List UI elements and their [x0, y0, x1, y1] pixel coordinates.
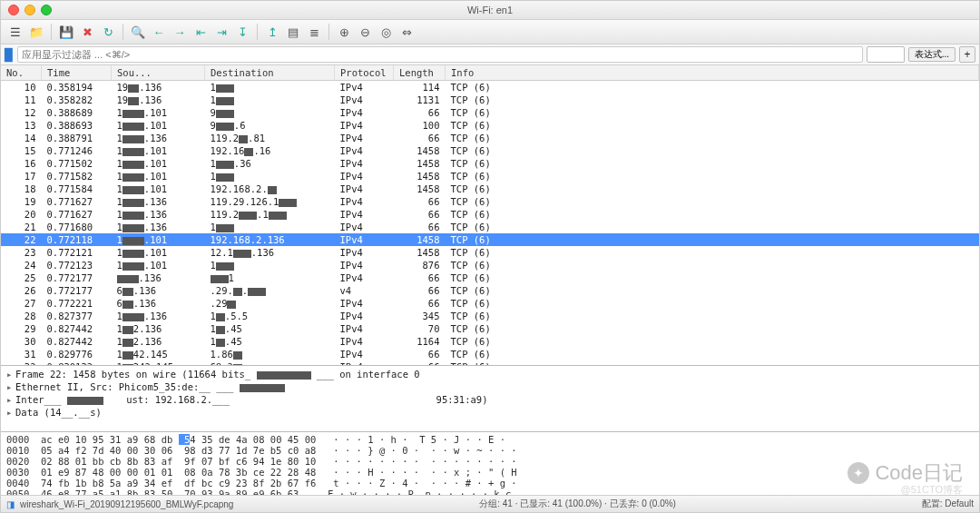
packet-list-pane[interactable]: No.TimeSou...DestinationProtocolLengthIn…: [1, 65, 979, 366]
display-filter-input[interactable]: [17, 46, 863, 63]
table-row[interactable]: 110.35828219.1361IPv41131TCP (6): [1, 94, 979, 106]
table-row[interactable]: 270.7722216.136.29IPv466TCP (6): [1, 297, 979, 310]
packet-table[interactable]: No.TimeSou...DestinationProtocolLengthIn…: [1, 65, 979, 366]
ethernet-summary[interactable]: ▸Ethernet II, Src: Phicom5_35:de:__ ___: [6, 380, 974, 393]
save-icon[interactable]: 💾: [57, 23, 75, 41]
zoom-fit-icon[interactable]: ◎: [377, 23, 395, 41]
main-toolbar: ☰📁💾✖↻🔍←→⇤⇥↧↥▤≣⊕⊖◎⇔: [1, 20, 979, 44]
ready-icon: ◨: [6, 499, 15, 509]
arrow-right-icon[interactable]: →: [171, 23, 189, 41]
table-row[interactable]: 220.7721181.101192.168.2.136IPv41458TCP …: [1, 233, 979, 246]
zoom-in-icon[interactable]: ⊕: [335, 23, 353, 41]
list-icon[interactable]: ☰: [6, 23, 24, 41]
table-row[interactable]: 180.7715841.101192.168.2.IPv41458TCP (6): [1, 183, 979, 195]
packet-detail-pane[interactable]: ▸Frame 22: 1458 bytes on wire (11664 bit…: [1, 366, 979, 432]
table-row[interactable]: 190.7716271.136119.29.126.1IPv466TCP (6): [1, 195, 979, 208]
hex-line[interactable]: 0000 ac e0 10 95 31 a9 68 db 54 35 de 4a…: [6, 434, 974, 445]
data-summary[interactable]: ▸Data (14__.__s): [6, 406, 974, 419]
columns-icon[interactable]: ▤: [284, 23, 302, 41]
col-length[interactable]: Length: [394, 65, 446, 81]
jump-end-icon[interactable]: ⇥: [212, 23, 230, 41]
window-title: Wi-Fi: en1: [1, 5, 979, 15]
table-row[interactable]: 200.7716271.136119.2.1IPv466TCP (6): [1, 208, 979, 221]
arrow-left-icon[interactable]: ←: [150, 23, 168, 41]
hex-line[interactable]: 0030 01 e9 87 48 00 00 01 01 08 0a 78 3b…: [6, 467, 974, 478]
packet-counts: 分组: 41 · 已显示: 41 (100.0%) · 已丢弃: 0 (0.0%…: [479, 498, 676, 510]
table-row[interactable]: 120.3886891.1019IPv466TCP (6): [1, 106, 979, 119]
table-row[interactable]: 300.82744212.1361.45IPv41164TCP (6): [1, 335, 979, 348]
table-row[interactable]: 210.7716801.1361IPv466TCP (6): [1, 221, 979, 233]
down-icon[interactable]: ↧: [233, 23, 251, 41]
add-filter-button[interactable]: +: [959, 46, 975, 63]
hex-line[interactable]: 0050 46 e8 77 a5 a1 8b 83 50 70 93 9a 89…: [6, 488, 974, 495]
display-filter-bar: ▉ 表达式... +: [1, 44, 979, 65]
expression-button[interactable]: 表达式...: [908, 47, 956, 62]
col-protocol[interactable]: Protocol: [335, 65, 394, 81]
zoom-out-icon[interactable]: ⊖: [356, 23, 374, 41]
search-icon[interactable]: 🔍: [129, 23, 147, 41]
frame-summary[interactable]: ▸Frame 22: 1458 bytes on wire (11664 bit…: [6, 368, 974, 380]
lines-icon[interactable]: ≣: [305, 23, 323, 41]
table-row[interactable]: 150.7712461.101192.16.16IPv41458TCP (6): [1, 144, 979, 157]
titlebar: Wi-Fi: en1: [1, 1, 979, 20]
table-row[interactable]: 250.772177.1361IPv466TCP (6): [1, 271, 979, 284]
table-row[interactable]: 140.3887911.136119.2.81IPv466TCP (6): [1, 132, 979, 144]
col-sou[interactable]: Sou...: [112, 65, 205, 81]
col-no[interactable]: No.: [1, 65, 42, 81]
hex-line[interactable]: 0040 74 fb 1b b8 5a a9 34 ef df bc c9 23…: [6, 478, 974, 488]
table-row[interactable]: 160.7715021.1011.36IPv41458TCP (6): [1, 157, 979, 170]
col-destination[interactable]: Destination: [205, 65, 335, 81]
capture-file-name: wireshark_Wi-Fi_20190912195600_BMLWyF.pc…: [20, 499, 233, 509]
table-row[interactable]: 240.7721231.1011IPv4876TCP (6): [1, 259, 979, 271]
resize-icon[interactable]: ⇔: [397, 23, 416, 41]
hex-line[interactable]: 0010 05 a4 f2 7d 40 00 30 06 98 d3 77 1d…: [6, 445, 974, 456]
filter-history-dropdown[interactable]: [867, 46, 905, 63]
col-time[interactable]: Time: [42, 65, 112, 81]
table-row[interactable]: 100.35819419.1361IPv4114TCP (6): [1, 81, 979, 94]
filter-bookmark-icon[interactable]: ▉: [5, 49, 14, 61]
table-row[interactable]: 260.7721776.136.29..v466TCP (6): [1, 284, 979, 297]
table-row[interactable]: 130.3886931.1019.6IPv4100TCP (6): [1, 119, 979, 132]
status-bar: ◨ wireshark_Wi-Fi_20190912195600_BMLWyF.…: [1, 495, 979, 512]
table-row[interactable]: 280.8273771.1361.5.5IPv4345TCP (6): [1, 310, 979, 322]
table-row[interactable]: 170.7715821.1011IPv41458TCP (6): [1, 170, 979, 183]
hex-line[interactable]: 0020 02 88 01 bb cb 8b 83 af 9f 07 bf c6…: [6, 456, 974, 467]
folder-icon[interactable]: 📁: [27, 23, 45, 41]
reload-icon[interactable]: ↻: [99, 23, 117, 41]
up-icon[interactable]: ↥: [263, 23, 281, 41]
table-row[interactable]: 310.829776142.1451.86IPv466TCP (6): [1, 348, 979, 360]
ip-summary[interactable]: ▸Inter___ ust: 192.168.2.___ 95:31:a9): [6, 393, 974, 406]
close-icon[interactable]: ✖: [78, 23, 96, 41]
col-info[interactable]: Info: [446, 65, 979, 81]
packet-bytes-pane[interactable]: 0000 ac e0 10 95 31 a9 68 db 54 35 de 4a…: [1, 432, 979, 495]
jump-start-icon[interactable]: ⇤: [191, 23, 210, 41]
table-row[interactable]: 230.7721211.10112.1.136IPv41458TCP (6): [1, 246, 979, 259]
profile-label[interactable]: 配置: Default: [922, 498, 974, 510]
table-row[interactable]: 290.82744212.1361.45IPv470TCP (6): [1, 322, 979, 335]
